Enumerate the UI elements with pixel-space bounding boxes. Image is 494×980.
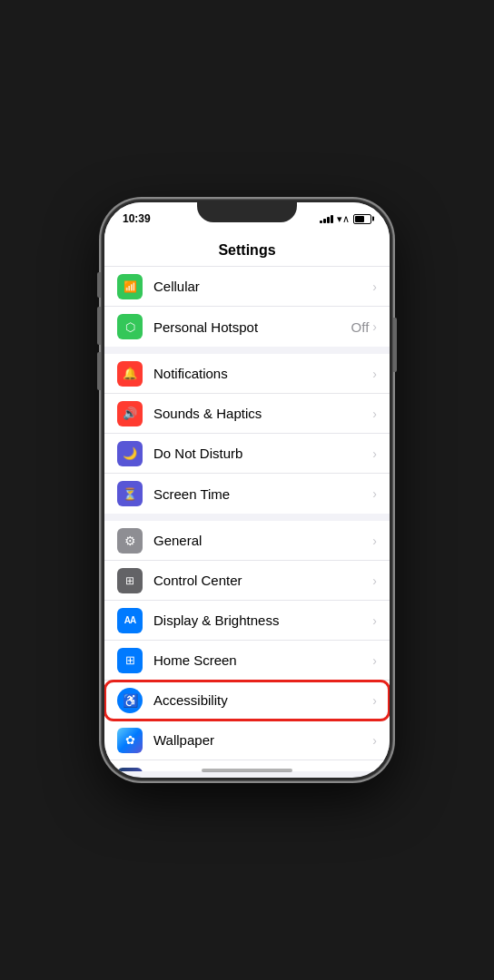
cellular-chevron: › [372, 279, 377, 294]
settings-item-control-center[interactable]: ⊞ Control Center › [104, 561, 390, 601]
home-screen-icon: ⊞ [117, 648, 143, 673]
display-label: Display & Brightness [153, 612, 372, 628]
home-screen-chevron: › [372, 653, 377, 668]
volume-down-button[interactable] [97, 352, 101, 390]
notifications-chevron: › [372, 367, 377, 381]
settings-item-wallpaper[interactable]: ✿ Wallpaper › [104, 720, 390, 760]
control-center-label: Control Center [153, 573, 372, 588]
sounds-label: Sounds & Haptics [153, 406, 372, 421]
settings-item-home-screen[interactable]: ⊞ Home Screen › [104, 641, 390, 681]
display-chevron: › [372, 613, 377, 628]
cellular-label: Cellular [153, 279, 372, 294]
settings-item-cellular[interactable]: 📶 Cellular › [104, 267, 390, 307]
settings-item-personal-hotspot[interactable]: ⬡ Personal Hotspot Off › [104, 307, 390, 347]
mute-button[interactable] [97, 272, 101, 298]
notifications-label: Notifications [153, 366, 372, 381]
settings-item-accessibility[interactable]: ♿ Accessibility › [104, 681, 390, 720]
accessibility-label: Accessibility [153, 692, 372, 708]
control-center-chevron: › [372, 573, 377, 588]
settings-group-notifications: 🔔 Notifications › 🔊 Sounds & Haptics › 🌙 [104, 354, 390, 514]
dnd-label: Do Not Disturb [153, 446, 372, 461]
settings-item-display[interactable]: AA Display & Brightness › [104, 601, 390, 641]
general-icon: ⚙ [117, 528, 143, 554]
status-icons: ▾∧ [320, 213, 371, 225]
sounds-icon: 🔊 [117, 401, 143, 426]
volume-up-button[interactable] [97, 307, 101, 345]
settings-item-sounds[interactable]: 🔊 Sounds & Haptics › [104, 394, 390, 434]
dnd-chevron: › [372, 446, 377, 461]
siri-icon: ◉ [117, 768, 143, 772]
wallpaper-chevron: › [372, 733, 377, 748]
general-label: General [153, 533, 372, 548]
notch [197, 202, 297, 222]
home-indicator[interactable] [202, 769, 292, 772]
screen-time-icon: ⏳ [117, 481, 143, 506]
hotspot-chevron: › [372, 319, 377, 334]
settings-item-general[interactable]: ⚙ General › [104, 521, 390, 561]
hotspot-icon: ⬡ [117, 314, 143, 339]
wallpaper-label: Wallpaper [153, 732, 372, 748]
page-title: Settings [218, 242, 275, 258]
power-button[interactable] [393, 318, 397, 372]
settings-group-general: ⚙ General › ⊞ Control Center › AA D [104, 521, 390, 771]
display-icon: AA [117, 608, 143, 633]
wifi-icon: ▾∧ [337, 213, 350, 225]
screen-time-chevron: › [372, 486, 377, 501]
nav-header: Settings [104, 235, 390, 267]
hotspot-label: Personal Hotspot [153, 319, 351, 335]
hotspot-value: Off [351, 319, 370, 335]
dnd-icon: 🌙 [117, 441, 143, 466]
screen-time-label: Screen Time [153, 486, 372, 502]
home-screen-label: Home Screen [153, 652, 372, 668]
accessibility-chevron: › [372, 693, 377, 708]
battery-icon [353, 214, 371, 224]
sounds-chevron: › [372, 407, 377, 421]
notifications-icon: 🔔 [117, 361, 143, 387]
phone-frame: 10:39 ▾∧ Settings [102, 200, 392, 780]
settings-item-notifications[interactable]: 🔔 Notifications › [104, 354, 390, 394]
signal-icon [320, 214, 333, 223]
cellular-icon: 📶 [117, 274, 143, 299]
accessibility-icon: ♿ [117, 688, 143, 713]
phone-screen: 10:39 ▾∧ Settings [104, 202, 390, 778]
settings-content[interactable]: 📶 Cellular › ⬡ Personal Hotspot Off › [104, 267, 390, 771]
status-bar: 10:39 ▾∧ [104, 202, 390, 235]
status-time: 10:39 [123, 212, 151, 225]
wallpaper-icon: ✿ [117, 728, 143, 753]
general-chevron: › [372, 534, 377, 548]
settings-group-connectivity: 📶 Cellular › ⬡ Personal Hotspot Off › [104, 267, 390, 347]
control-center-icon: ⊞ [117, 568, 143, 593]
settings-item-dnd[interactable]: 🌙 Do Not Disturb › [104, 434, 390, 474]
settings-item-screen-time[interactable]: ⏳ Screen Time › [104, 474, 390, 514]
